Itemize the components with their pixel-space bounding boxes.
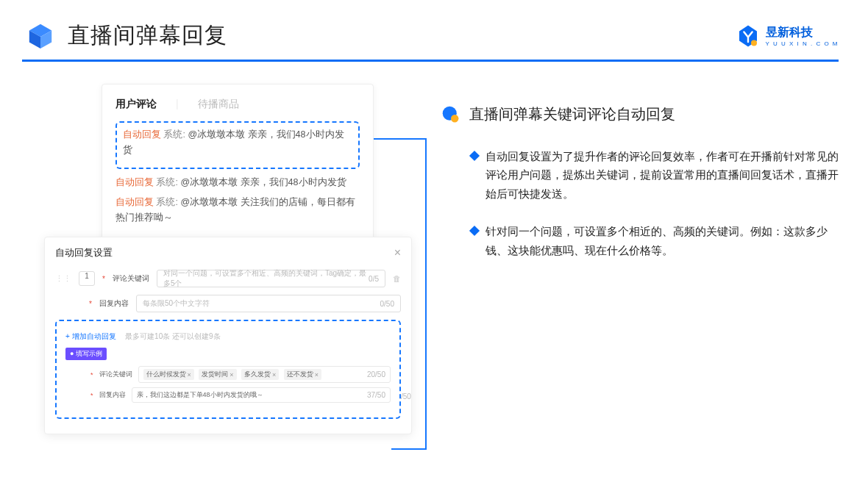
header: 直播间弹幕回复 昱新科技 Y U U X I N . C O M [0,0,868,60]
example-badge: ● 填写示例 [65,348,107,360]
keyword-row: ⋮⋮ 1 * 评论关键词 对同一个问题，可设置多个相近、高频的关键词，Tag确定… [55,270,401,287]
ex-keyword-counter: 20/50 [367,370,385,378]
keyword-input[interactable]: 对同一个问题，可设置多个相近、高频的关键词，Tag确定，最多5个 0/5 [157,270,385,287]
svg-point-5 [451,115,458,122]
tag-remove-icon: × [188,371,191,378]
header-left: 直播间弹幕回复 [26,21,227,51]
highlighted-reply: 自动回复 系统: @冰墩墩本墩 亲亲，我们48小时内发货 [115,121,360,169]
content-input[interactable]: 每条限50个中文字符 0/50 [136,295,401,312]
keyword-label: 评论关键词 [113,273,149,284]
ex-content-value: 亲，我们这边都是下单48小时内发货的哦～ [137,390,263,400]
keyword-tag: 发货时间× [199,369,236,380]
required-star: * [102,275,105,283]
ex-tag-list: 什么时候发货× 发货时间× 多久发货× 还不发货× [143,369,325,380]
connector-line [374,138,427,140]
page-title: 直播间弹幕回复 [68,21,227,51]
brand-name-cn: 昱新科技 [766,25,839,40]
brand-logo: 昱新科技 Y U U X I N . C O M [736,24,839,48]
example-highlight-box: + 增加自动回复 最多可建10条 还可以创建9条 ● 填写示例 * 评论关键词 … [55,320,401,419]
tag-remove-icon: × [230,371,233,378]
bullet-list: 自动回复设置为了提升作者的评论回复效率，作者可在开播前针对常见的评论用户问题，提… [441,148,839,260]
tab-user-comments[interactable]: 用户评论 [115,98,157,111]
example-keyword-row: * 评论关键词 什么时候发货× 发货时间× 多久发货× 还不发货× 20/50 [65,366,391,383]
content-row: * 回复内容 每条限50个中文字符 0/50 [55,295,401,312]
index-input[interactable]: 1 [79,271,95,286]
drag-handle-icon[interactable]: ⋮⋮ [55,274,71,284]
system-label: 系统: [163,129,185,140]
diamond-icon [469,226,480,236]
system-label: 系统: [156,177,177,187]
connector-line [425,138,427,450]
brand-name-en: Y U U X I N . C O M [766,40,839,47]
tab-pending-products[interactable]: 待播商品 [198,98,239,111]
required-star: * [90,371,93,378]
section-heading: 直播间弹幕关键词评论自动回复 [441,104,839,124]
auto-reply-tag: 自动回复 [115,197,154,207]
tag-remove-icon: × [315,371,319,378]
keyword-placeholder: 对同一个问题，可设置多个相近、高频的关键词，Tag确定，最多5个 [163,268,369,289]
keyword-tag: 什么时候发货× [143,369,194,380]
delete-icon[interactable]: 🗑 [393,274,401,283]
ex-keyword-input[interactable]: 什么时候发货× 发货时间× 多久发货× 还不发货× 20/50 [138,366,391,383]
cube-icon [26,22,54,50]
ex-content-input[interactable]: 亲，我们这边都是下单48小时内发货的哦～ 37/50 [132,387,391,403]
system-label: 系统: [156,197,177,207]
add-auto-reply-link[interactable]: + 增加自动回复 [65,332,116,340]
content-counter: 0/50 [380,300,394,308]
stray-counter: /50 [401,392,411,401]
keyword-counter: 0/5 [369,275,379,283]
auto-reply-tag: 自动回复 [123,129,161,140]
content-label: 回复内容 [99,298,129,309]
required-star: * [89,300,92,308]
example-content-row: * 回复内容 亲，我们这边都是下单48小时内发货的哦～ 37/50 [65,387,391,403]
svg-point-3 [751,40,757,46]
ex-content-counter: 37/50 [367,391,385,399]
keyword-tag: 还不发货× [284,369,321,380]
yuuxin-logo-icon [736,24,760,48]
connector-line [391,448,427,450]
add-hint: 最多可建10条 还可以创建9条 [125,332,220,340]
ex-keyword-label: 评论关键词 [99,370,132,379]
screenshot-mockups: 用户评论 | 待播商品 自动回复 系统: @冰墩墩本墩 亲亲，我们48小时内发货… [44,84,419,279]
bullet-text: 自动回复设置为了提升作者的评论回复效率，作者可在开播前针对常见的评论用户问题，提… [485,148,839,204]
diamond-icon [469,151,480,161]
reply-text: @冰墩墩本墩 亲亲，我们48小时内发货 [180,177,346,187]
reply-item: 自动回复 系统: @冰墩墩本墩 亲亲，我们48小时内发货 [123,127,352,159]
keyword-tag: 多久发货× [241,369,279,380]
required-star: * [90,392,93,399]
chat-bubble-icon [441,105,460,124]
close-icon[interactable]: × [394,246,401,259]
description-column: 直播间弹幕关键词评论自动回复 自动回复设置为了提升作者的评论回复效率，作者可在开… [441,84,839,279]
comments-panel: 用户评论 | 待播商品 自动回复 系统: @冰墩墩本墩 亲亲，我们48小时内发货… [102,84,374,241]
reply-item: 自动回复 系统: @冰墩墩本墩 关注我们的店铺，每日都有热门推荐呦～ [115,195,360,226]
settings-title: 自动回复设置 [55,246,113,259]
reply-item: 自动回复 系统: @冰墩墩本墩 亲亲，我们48小时内发货 [115,175,360,190]
bullet-text: 针对同一个问题，可设置多个相近的、高频的关键词。例如：这款多少钱、这块能优惠吗、… [485,223,839,260]
tab-divider: | [176,98,179,111]
comments-tabs: 用户评论 | 待播商品 [115,98,360,111]
bullet-item: 针对同一个问题，可设置多个相近的、高频的关键词。例如：这款多少钱、这块能优惠吗、… [471,223,839,260]
section-title: 直播间弹幕关键词评论自动回复 [469,104,675,124]
ex-content-label: 回复内容 [99,390,126,400]
auto-reply-settings-panel: 自动回复设置 × ⋮⋮ 1 * 评论关键词 对同一个问题，可设置多个相近、高频的… [44,237,412,434]
tag-remove-icon: × [272,371,276,378]
bullet-item: 自动回复设置为了提升作者的评论回复效率，作者可在开播前针对常见的评论用户问题，提… [471,148,839,204]
content-placeholder: 每条限50个中文字符 [143,298,210,309]
auto-reply-tag: 自动回复 [115,177,154,187]
